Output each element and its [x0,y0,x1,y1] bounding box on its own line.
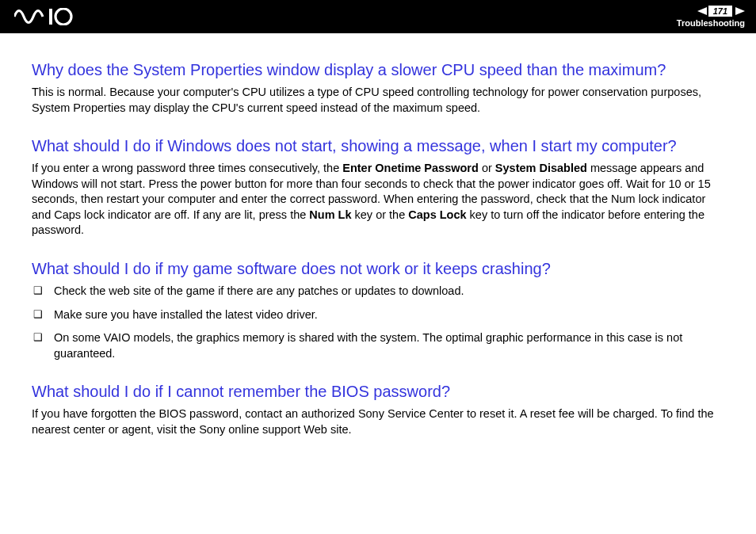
prev-page-icon[interactable] [697,7,707,15]
list-item: Make sure you have installed the latest … [32,307,724,323]
header-right: 171 Troubleshooting [677,6,745,28]
page-navigation: 171 [697,6,745,17]
breadcrumb: Troubleshooting [677,18,745,28]
faq-answer: This is normal. Because your computer's … [32,85,724,116]
header-bar: 171 Troubleshooting [0,0,756,33]
list-item: Check the web site of the game if there … [32,284,724,299]
vaio-logo [14,8,101,25]
svg-rect-0 [49,9,52,25]
svg-point-1 [55,9,71,25]
faq-question: What should I do if Windows does not sta… [32,136,724,156]
faq-answer: If you have forgotten the BIOS password,… [32,406,724,437]
faq-answer-list: Check the web site of the game if there … [32,284,724,361]
faq-question: What should I do if my game software doe… [32,259,724,279]
page-content: Why does the System Properties window di… [0,33,756,474]
faq-answer: If you enter a wrong password three time… [32,161,724,238]
list-item: On some VAIO models, the graphics memory… [32,330,724,361]
faq-question: What should I do if I cannot remember th… [32,382,724,402]
next-page-icon[interactable] [735,7,745,15]
page-number: 171 [708,6,732,17]
faq-question: Why does the System Properties window di… [32,60,724,80]
